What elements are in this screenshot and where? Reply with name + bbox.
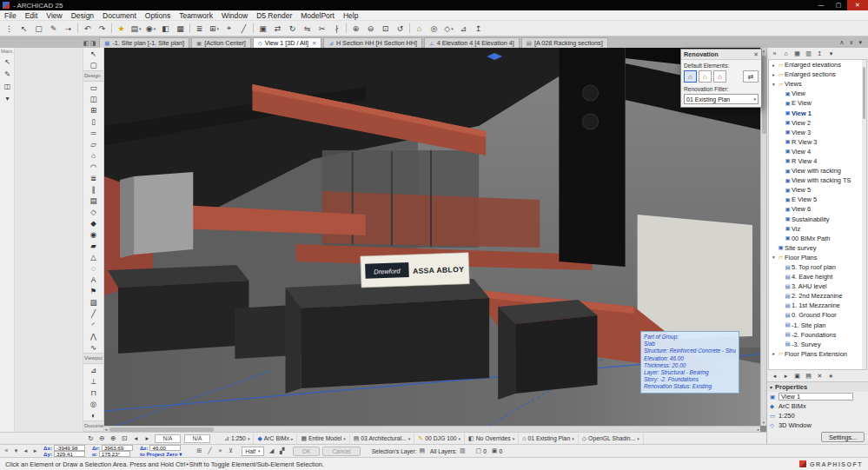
snap-points-icon[interactable]: ◢ [267,447,277,454]
property-bimx[interactable]: ◆ ArC BIMx [767,401,868,411]
tracker-field[interactable]: Δx: -3949.98 Δy: 329.41 [43,445,85,457]
lamp-tool[interactable]: ◉ [83,228,103,240]
navigator-item[interactable]: ▣ 00 BIMx Path [769,234,862,243]
opening-tool[interactable]: ◌ [83,262,103,274]
tab-dock-right-icon[interactable]: ◨ [90,40,96,47]
elevation-tool[interactable]: ⊥ [83,375,103,387]
layout-book-icon[interactable]: ▥ [803,50,814,57]
navigator-item[interactable]: ▤ 5. Top roof plan [769,262,862,272]
graphic-override-quick-option[interactable]: ◧ No Overrides ▾ [465,434,519,444]
snap-guides-icon[interactable]: ⌖ [222,22,236,35]
toolbox-row[interactable]: Viewpoi [83,353,103,364]
v-scroll-thumb[interactable] [762,56,766,134]
rotate-icon[interactable]: ↻ [285,22,300,35]
fit-in-window-icon[interactable]: ⊡ [119,434,130,444]
toolbar-grip[interactable]: ⋮ [2,22,17,35]
clone-folder-icon[interactable]: ▤ [803,373,814,380]
detail-tool[interactable]: ◐ [83,409,103,420]
beam-tool[interactable]: ═ [83,127,103,138]
bimx-quick-option[interactable]: ◆ ArC BIMx ▸ [254,434,297,444]
navigator-item[interactable]: ▤ -3. Survey [769,340,862,349]
object-tool[interactable]: ◆ [83,217,103,228]
renovation-palette-title[interactable]: Renovation ✕ [681,50,761,60]
line-tool[interactable]: ╱ [83,308,103,319]
morph-tool[interactable]: ◇ [83,206,103,217]
zoom-in-icon[interactable]: ⊕ [348,22,363,35]
navigator-item[interactable]: ▣ View 2 [769,118,862,128]
mirror-icon[interactable]: ⇋ [300,22,315,35]
navigator-item[interactable]: ▤ -1. Site plan [769,321,862,330]
tree-scrollbar[interactable] [862,60,866,369]
settings-button[interactable]: Settings... [821,432,865,442]
zoom-percent-value[interactable]: N/A [155,434,181,443]
navigator-item[interactable]: ▣ View 4 [769,147,862,156]
marquee-tool[interactable]: ▢ [83,59,103,70]
navigator-collapse-icon[interactable]: » [769,50,780,56]
transfer-settings-button[interactable]: ⇄ [743,70,759,83]
slab-tool[interactable]: ▱ [83,138,103,149]
pen-sets-icon[interactable]: ◉▾ [143,22,158,35]
property-window-type[interactable]: ◇ 3D Window [767,420,868,430]
curtain-wall-tool[interactable]: ▤ [83,195,103,206]
relative-coordinates-icon[interactable]: ⊞ [194,447,204,454]
navigator-item[interactable]: ▤ 3. AHU level [769,281,862,291]
new-elements-button[interactable]: ⌂ [713,70,726,83]
fill-tool[interactable]: ▨ [83,296,103,308]
label-tool[interactable]: ⚑ [83,285,103,296]
3d-viewport[interactable]: Drewford ASSA ABLOY Part of Group:SlabSt… [104,48,766,432]
palette-close-icon[interactable]: ✕ [753,51,759,58]
navigator-item[interactable]: ▤ 1. 1st Mezzanine [769,301,862,310]
renovation-filter-quick-option[interactable]: ⌂ 01 Existing Plan ▾ [519,434,579,444]
publish-icon[interactable]: ↥ [471,22,486,35]
group-icon[interactable]: ▣ [255,22,270,35]
navigator-item[interactable]: ▣ R View 3 [769,137,862,147]
prev-command-icon[interactable]: ◂ [21,447,30,454]
nav-back-icon[interactable]: ◂ [769,373,780,380]
navigator-item[interactable]: ▣ View with racking [769,166,862,175]
partial-structure-quick-option[interactable]: ▦ Entire Model ▾ [297,434,349,444]
orbit-icon[interactable]: ↺ [393,22,407,35]
wall-tool[interactable]: ▭ [83,82,103,93]
more-tools-icon[interactable]: ▾ [1,93,14,104]
shell-tool[interactable]: ◠ [83,161,103,172]
next-command-icon[interactable]: ▸ [30,447,40,454]
split-icon[interactable]: ∤ [329,22,344,35]
tab-scroll-up-icon[interactable]: ∧ [837,39,846,46]
property-scale[interactable]: ▭ 1:250 [767,411,868,420]
navigator-item[interactable]: ▣ R View 4 [769,156,862,166]
navigator-item[interactable]: ▣ View 5 [769,185,862,195]
tab-racking-sections[interactable]: ▤ [A 028 Racking sections] [521,37,608,48]
fit-in-window-icon[interactable]: ⊡ [378,22,393,35]
snap-grid-icon[interactable]: ▞ [277,447,288,454]
expand-arrow-icon[interactable]: ▾ [771,255,777,260]
navigator-item[interactable]: ▤ 2. 2nd Mezzanine [769,291,862,301]
renovation-palette-icon[interactable]: ⌂ [412,22,427,35]
navigator-item[interactable]: ▣ Site survey [769,243,862,253]
navigator-item[interactable]: ▤ 4. Eave height [769,272,862,281]
menu-item[interactable]: Design [67,10,98,21]
menu-item[interactable]: View [42,10,66,21]
trim-icon[interactable]: ✂ [315,22,329,35]
ok-button[interactable]: OK [293,447,321,456]
menu-item[interactable]: Edit [21,10,43,21]
scroll-left-icon[interactable]: ◂ [104,427,108,433]
minimize-button[interactable]: — [812,0,830,10]
layer-combination-quick-option[interactable]: ▤ 03 Architectural... ▾ [350,434,415,444]
navigator-item[interactable]: ▤ 0. Ground Floor [769,310,862,320]
undo-icon[interactable]: ↶ [80,22,95,35]
navigator-item[interactable]: ▣ View [769,89,862,98]
expand-arrow-icon[interactable]: ▸ [771,63,777,68]
navigator-item[interactable]: ▣ View 1 [769,108,862,117]
scroll-right-icon[interactable]: ▸ [757,427,760,433]
expand-arrow-icon[interactable]: ▸ [771,351,777,356]
tab-site-plan[interactable]: ▦ -1. Site plan [-1. Site plan] [99,37,189,48]
properties-header[interactable]: ▾ Properties [767,381,868,392]
navigator-item[interactable]: ▣ E View [769,98,862,108]
section-window-icon[interactable]: ⊿ [456,22,471,35]
pen-mini-icon[interactable]: ✎ [1,69,14,80]
3d-window-icon[interactable]: ◇▾ [441,22,456,35]
stories-icon[interactable]: ≣ [192,22,207,35]
pick-up-parameters-icon[interactable]: ✎ [46,22,61,35]
menu-item[interactable]: ModelPort [296,10,339,21]
arc-tool[interactable]: ◜ [83,319,103,330]
